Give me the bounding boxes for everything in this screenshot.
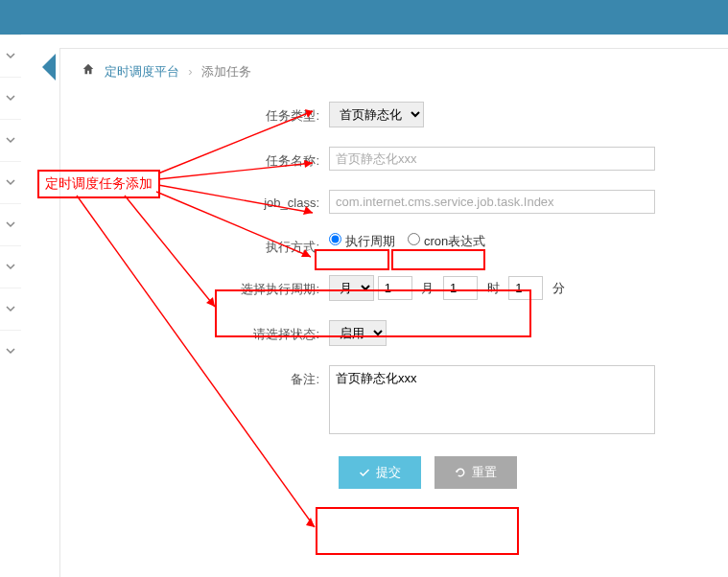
exec-mode-cron-label: cron表达式: [424, 234, 485, 248]
exec-mode-cron[interactable]: cron表达式: [408, 234, 485, 248]
period-hour-unit: 时: [487, 281, 500, 295]
sidebar-toggle-3[interactable]: [0, 119, 21, 161]
exec-mode-period-label: 执行周期: [345, 234, 395, 248]
content-panel: 定时调度平台 › 添加任务 任务类型: 首页静态化 任务名称: job_clas…: [59, 48, 728, 577]
sidebar-toggle-5[interactable]: [0, 203, 21, 245]
period-minute-unit: 分: [552, 281, 565, 295]
period-month-input[interactable]: [378, 276, 412, 300]
remark-label: 备注:: [82, 365, 329, 388]
period-month-unit: 月: [421, 281, 434, 295]
breadcrumb-separator: ›: [188, 64, 192, 79]
period-minute-input[interactable]: [508, 276, 543, 300]
exec-mode-cron-radio[interactable]: [408, 233, 420, 245]
check-icon: [359, 467, 370, 478]
period-unit-select[interactable]: 月: [329, 275, 374, 301]
task-name-input[interactable]: [329, 147, 655, 171]
breadcrumb: 定时调度平台 › 添加任务: [82, 62, 707, 81]
sidebar-toggle-2[interactable]: [0, 77, 21, 119]
submit-button[interactable]: 提交: [339, 456, 421, 489]
task-type-select[interactable]: 首页静态化: [329, 102, 424, 127]
sidebar-toggle-6[interactable]: [0, 245, 21, 288]
remark-textarea[interactable]: [329, 365, 655, 434]
exec-mode-label: 执行方式:: [82, 233, 329, 256]
sidebar-toggle-7[interactable]: [0, 288, 21, 330]
reset-button[interactable]: 重置: [434, 456, 517, 489]
sidebar-toggle-8[interactable]: [0, 330, 21, 372]
task-type-label: 任务类型:: [82, 102, 329, 125]
status-select[interactable]: 启用: [329, 320, 387, 346]
panel-pointer-icon: [42, 54, 56, 81]
period-label: 选择执行周期:: [82, 275, 329, 298]
breadcrumb-current: 添加任务: [201, 64, 251, 79]
breadcrumb-link-platform[interactable]: 定时调度平台: [105, 64, 179, 79]
sidebar-toggle-1[interactable]: [0, 35, 21, 77]
sidebar: [0, 35, 21, 577]
home-icon: [82, 64, 99, 79]
task-name-label: 任务名称:: [82, 147, 329, 170]
annotation-callout: 定时调度任务添加: [37, 170, 160, 198]
topbar: [0, 0, 728, 35]
refresh-icon: [455, 467, 466, 478]
job-class-input[interactable]: [329, 190, 655, 214]
reset-button-label: 重置: [472, 464, 497, 481]
exec-mode-period-radio[interactable]: [329, 233, 341, 245]
submit-button-label: 提交: [376, 464, 401, 481]
period-hour-input[interactable]: [443, 276, 478, 300]
sidebar-toggle-4[interactable]: [0, 161, 21, 203]
exec-mode-period[interactable]: 执行周期: [329, 234, 398, 248]
status-label: 请选择状态:: [82, 320, 329, 343]
